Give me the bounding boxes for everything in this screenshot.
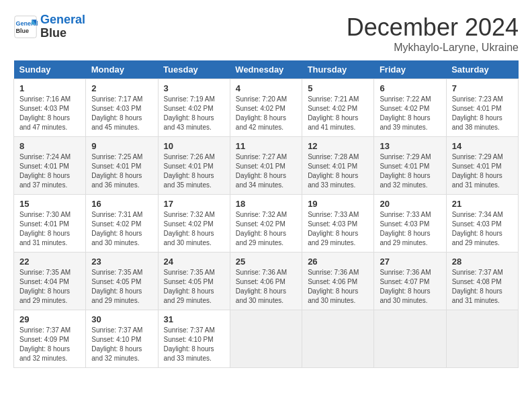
calendar-cell: 24 Sunrise: 7:35 AM Sunset: 4:05 PM Dayl… (158, 253, 230, 310)
calendar-cell (302, 310, 374, 368)
day-info: Sunrise: 7:29 AM Sunset: 4:01 PM Dayligh… (380, 152, 440, 190)
day-info: Sunrise: 7:33 AM Sunset: 4:03 PM Dayligh… (380, 210, 440, 248)
day-info: Sunrise: 7:35 AM Sunset: 4:05 PM Dayligh… (91, 268, 152, 306)
col-saturday: Saturday (446, 60, 518, 79)
day-info: Sunrise: 7:17 AM Sunset: 4:03 PM Dayligh… (91, 95, 152, 132)
day-info: Sunrise: 7:25 AM Sunset: 4:01 PM Dayligh… (91, 152, 152, 190)
calendar-cell: 12 Sunrise: 7:28 AM Sunset: 4:01 PM Dayl… (302, 137, 374, 195)
day-info: Sunrise: 7:32 AM Sunset: 4:02 PM Dayligh… (236, 210, 296, 248)
day-number: 11 (236, 141, 296, 151)
col-friday: Friday (374, 60, 446, 79)
calendar-week-row: 29 Sunrise: 7:37 AM Sunset: 4:09 PM Dayl… (14, 310, 519, 368)
calendar-cell (230, 310, 302, 368)
day-number: 3 (164, 83, 224, 93)
day-number: 21 (452, 199, 513, 209)
day-number: 10 (164, 141, 224, 151)
calendar-cell: 11 Sunrise: 7:27 AM Sunset: 4:01 PM Dayl… (230, 137, 302, 195)
day-number: 25 (236, 257, 296, 267)
calendar-week-row: 8 Sunrise: 7:24 AM Sunset: 4:01 PM Dayli… (14, 137, 519, 195)
day-number: 22 (19, 257, 80, 267)
day-number: 29 (19, 314, 80, 324)
col-monday: Monday (86, 60, 158, 79)
col-thursday: Thursday (302, 60, 374, 79)
month-title: December 2024 (347, 13, 519, 42)
col-sunday: Sunday (14, 60, 86, 79)
day-info: Sunrise: 7:37 AM Sunset: 4:09 PM Dayligh… (19, 326, 80, 363)
logo: General Blue GeneralBlue (13, 13, 85, 40)
day-info: Sunrise: 7:16 AM Sunset: 4:03 PM Dayligh… (19, 95, 80, 132)
day-info: Sunrise: 7:36 AM Sunset: 4:07 PM Dayligh… (380, 268, 440, 306)
location-title: Mykhaylo-Laryne, Ukraine (347, 42, 519, 54)
calendar-cell: 20 Sunrise: 7:33 AM Sunset: 4:03 PM Dayl… (374, 195, 446, 253)
day-info: Sunrise: 7:36 AM Sunset: 4:06 PM Dayligh… (236, 268, 296, 306)
calendar-week-row: 15 Sunrise: 7:30 AM Sunset: 4:01 PM Dayl… (14, 195, 519, 253)
day-number: 24 (164, 257, 224, 267)
day-number: 19 (308, 199, 368, 209)
day-info: Sunrise: 7:20 AM Sunset: 4:02 PM Dayligh… (236, 95, 296, 132)
calendar-cell: 22 Sunrise: 7:35 AM Sunset: 4:04 PM Dayl… (14, 253, 86, 310)
calendar-cell: 31 Sunrise: 7:37 AM Sunset: 4:10 PM Dayl… (158, 310, 230, 368)
day-number: 18 (236, 199, 296, 209)
day-info: Sunrise: 7:33 AM Sunset: 4:03 PM Dayligh… (308, 210, 368, 248)
day-info: Sunrise: 7:37 AM Sunset: 4:08 PM Dayligh… (452, 268, 513, 306)
calendar-cell: 14 Sunrise: 7:29 AM Sunset: 4:01 PM Dayl… (446, 137, 518, 195)
day-info: Sunrise: 7:31 AM Sunset: 4:02 PM Dayligh… (91, 210, 152, 248)
calendar-cell: 13 Sunrise: 7:29 AM Sunset: 4:01 PM Dayl… (374, 137, 446, 195)
calendar-cell: 2 Sunrise: 7:17 AM Sunset: 4:03 PM Dayli… (86, 79, 158, 137)
col-tuesday: Tuesday (158, 60, 230, 79)
day-number: 26 (308, 257, 368, 267)
day-number: 4 (236, 83, 296, 93)
calendar-cell: 30 Sunrise: 7:37 AM Sunset: 4:10 PM Dayl… (86, 310, 158, 368)
calendar-cell (374, 310, 446, 368)
day-info: Sunrise: 7:37 AM Sunset: 4:10 PM Dayligh… (164, 326, 224, 363)
day-number: 2 (91, 83, 152, 93)
day-info: Sunrise: 7:21 AM Sunset: 4:02 PM Dayligh… (308, 95, 368, 132)
day-info: Sunrise: 7:27 AM Sunset: 4:01 PM Dayligh… (236, 152, 296, 190)
day-number: 15 (19, 199, 80, 209)
logo-text: GeneralBlue (40, 13, 85, 40)
day-info: Sunrise: 7:34 AM Sunset: 4:03 PM Dayligh… (452, 210, 513, 248)
calendar-cell: 3 Sunrise: 7:19 AM Sunset: 4:02 PM Dayli… (158, 79, 230, 137)
day-number: 12 (308, 141, 368, 151)
calendar-week-row: 1 Sunrise: 7:16 AM Sunset: 4:03 PM Dayli… (14, 79, 519, 137)
day-number: 31 (164, 314, 224, 324)
day-number: 5 (308, 83, 368, 93)
calendar-cell: 17 Sunrise: 7:32 AM Sunset: 4:02 PM Dayl… (158, 195, 230, 253)
day-number: 13 (380, 141, 440, 151)
title-block: December 2024 Mykhaylo-Laryne, Ukraine (347, 13, 519, 54)
day-number: 27 (380, 257, 440, 267)
col-wednesday: Wednesday (230, 60, 302, 79)
calendar-cell: 7 Sunrise: 7:23 AM Sunset: 4:01 PM Dayli… (446, 79, 518, 137)
calendar-cell: 15 Sunrise: 7:30 AM Sunset: 4:01 PM Dayl… (14, 195, 86, 253)
calendar-week-row: 22 Sunrise: 7:35 AM Sunset: 4:04 PM Dayl… (14, 253, 519, 310)
day-info: Sunrise: 7:29 AM Sunset: 4:01 PM Dayligh… (452, 152, 513, 190)
day-number: 8 (19, 141, 80, 151)
calendar-cell: 23 Sunrise: 7:35 AM Sunset: 4:05 PM Dayl… (86, 253, 158, 310)
calendar-cell: 16 Sunrise: 7:31 AM Sunset: 4:02 PM Dayl… (86, 195, 158, 253)
day-number: 20 (380, 199, 440, 209)
svg-text:Blue: Blue (16, 28, 30, 34)
logo-icon: General Blue (13, 15, 38, 39)
calendar-cell: 1 Sunrise: 7:16 AM Sunset: 4:03 PM Dayli… (14, 79, 86, 137)
page-header: General Blue GeneralBlue December 2024 M… (13, 13, 519, 54)
day-info: Sunrise: 7:37 AM Sunset: 4:10 PM Dayligh… (91, 326, 152, 363)
day-number: 7 (452, 83, 513, 93)
day-number: 23 (91, 257, 152, 267)
day-info: Sunrise: 7:22 AM Sunset: 4:02 PM Dayligh… (380, 95, 440, 132)
day-info: Sunrise: 7:23 AM Sunset: 4:01 PM Dayligh… (452, 95, 513, 132)
calendar-cell: 25 Sunrise: 7:36 AM Sunset: 4:06 PM Dayl… (230, 253, 302, 310)
calendar-cell: 4 Sunrise: 7:20 AM Sunset: 4:02 PM Dayli… (230, 79, 302, 137)
calendar-cell: 18 Sunrise: 7:32 AM Sunset: 4:02 PM Dayl… (230, 195, 302, 253)
calendar-cell: 8 Sunrise: 7:24 AM Sunset: 4:01 PM Dayli… (14, 137, 86, 195)
header-row: Sunday Monday Tuesday Wednesday Thursday… (14, 60, 519, 79)
day-number: 14 (452, 141, 513, 151)
calendar-cell: 6 Sunrise: 7:22 AM Sunset: 4:02 PM Dayli… (374, 79, 446, 137)
day-info: Sunrise: 7:35 AM Sunset: 4:04 PM Dayligh… (19, 268, 80, 306)
day-info: Sunrise: 7:26 AM Sunset: 4:01 PM Dayligh… (164, 152, 224, 190)
day-info: Sunrise: 7:30 AM Sunset: 4:01 PM Dayligh… (19, 210, 80, 248)
calendar-cell: 9 Sunrise: 7:25 AM Sunset: 4:01 PM Dayli… (86, 137, 158, 195)
day-info: Sunrise: 7:32 AM Sunset: 4:02 PM Dayligh… (164, 210, 224, 248)
day-number: 6 (380, 83, 440, 93)
day-number: 16 (91, 199, 152, 209)
day-number: 17 (164, 199, 224, 209)
